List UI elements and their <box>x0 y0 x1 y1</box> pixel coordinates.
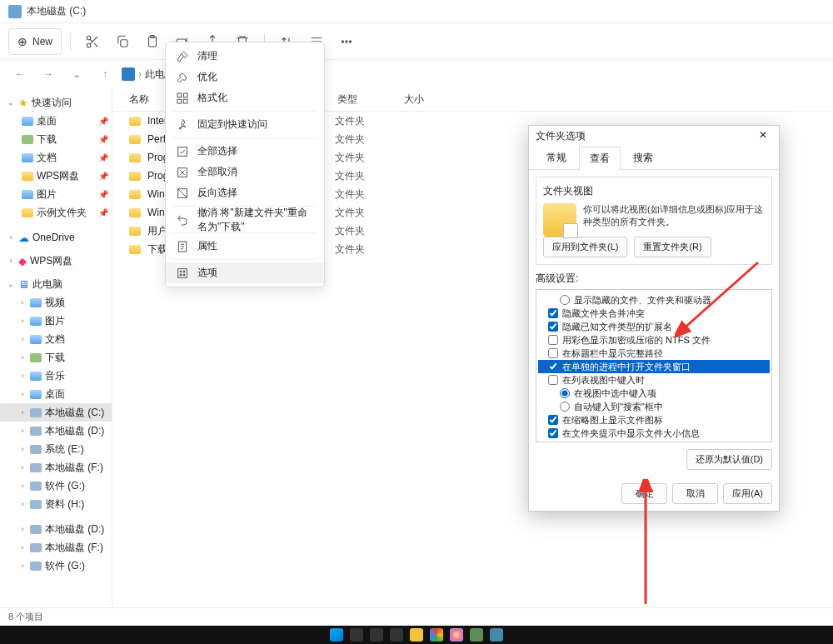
checkbox-input[interactable] <box>548 308 558 318</box>
radio-input[interactable] <box>560 388 570 398</box>
advanced-setting-item[interactable]: 显示隐藏的文件、文件夹和驱动器 <box>538 293 770 307</box>
col-type[interactable]: 类型 <box>337 92 404 107</box>
paste-button[interactable] <box>139 28 166 55</box>
sidebar-item-drive-d[interactable]: ›本地磁盘 (D:) <box>0 422 112 440</box>
sidebar-item-music[interactable]: ›音乐 <box>0 367 112 385</box>
cancel-button[interactable]: 取消 <box>672 483 718 504</box>
checkbox-input[interactable] <box>548 415 558 425</box>
advanced-setting-item[interactable]: 在缩略图上显示文件图标 <box>538 413 770 427</box>
menu-item[interactable]: 选项 <box>166 262 324 283</box>
radio-input[interactable] <box>560 295 570 305</box>
advanced-setting-item[interactable]: 在标题栏中显示完整路径 <box>538 347 770 360</box>
menu-item[interactable]: 全部取消 <box>166 162 324 182</box>
setting-label: 显示隐藏的文件、文件夹和驱动器 <box>574 294 711 307</box>
menu-separator <box>172 259 317 260</box>
checkbox-input[interactable] <box>548 335 558 345</box>
svg-point-1 <box>87 43 91 47</box>
svg-rect-10 <box>183 93 187 97</box>
apply-to-folders-button[interactable]: 应用到文件夹(L) <box>543 237 627 257</box>
sidebar-label: 软件 (G:) <box>45 479 108 493</box>
app-icon[interactable] <box>450 628 463 642</box>
advanced-setting-item[interactable]: 在单独的进程中打开文件夹窗口 <box>538 360 770 373</box>
restore-defaults-button[interactable]: 还原为默认值(D) <box>686 449 772 470</box>
sidebar-wps-drive[interactable]: ›◆WPS网盘 <box>0 252 112 270</box>
sidebar-item-documents[interactable]: 文档📌 <box>0 148 112 167</box>
sidebar-this-pc[interactable]: ⌄🖥此电脑 <box>0 275 112 293</box>
sidebar-item-videos[interactable]: ›视频 <box>0 293 112 312</box>
checkbox-input[interactable] <box>548 428 558 438</box>
back-button[interactable]: ← <box>8 62 32 86</box>
folder-icon <box>129 135 141 144</box>
svg-point-20 <box>180 274 182 276</box>
tab-general[interactable]: 常规 <box>536 146 577 169</box>
sidebar-item-drive-f2[interactable]: ›本地磁盘 (F:) <box>0 538 112 557</box>
pin-icon: 📌 <box>98 153 108 162</box>
close-button[interactable]: ✕ <box>759 129 772 142</box>
sidebar-item-drive-f[interactable]: ›本地磁盘 (F:) <box>0 458 112 477</box>
more-button[interactable] <box>333 28 360 55</box>
file-type: 文件夹 <box>335 114 402 128</box>
advanced-setting-item[interactable]: 在文件夹提示中显示文件大小信息 <box>538 427 770 440</box>
checkbox-input[interactable] <box>548 375 558 385</box>
menu-item[interactable]: 优化 <box>166 67 324 87</box>
checkbox-input[interactable] <box>548 348 558 358</box>
taskview-icon[interactable] <box>370 628 383 642</box>
apply-button[interactable]: 应用(A) <box>723 483 772 504</box>
sidebar-item-drive-d2[interactable]: ›本地磁盘 (D:) <box>0 520 112 538</box>
reset-folders-button[interactable]: 重置文件夹(R) <box>634 237 711 257</box>
advanced-setting-item[interactable]: 隐藏已知文件类型的扩展名 <box>538 320 770 333</box>
radio-input[interactable] <box>560 402 570 412</box>
app-icon[interactable] <box>470 628 483 642</box>
widgets-icon[interactable] <box>390 628 403 642</box>
sidebar-item-pictures[interactable]: 图片📌 <box>0 185 112 203</box>
advanced-setting-item[interactable]: 在预览窗格中显示预览控件 <box>538 440 770 442</box>
tab-view[interactable]: 查看 <box>579 147 621 170</box>
sidebar-item-documents2[interactable]: ›文档 <box>0 330 112 348</box>
menu-item[interactable]: 撤消 将"新建文件夹"重命名为"下载" <box>166 209 324 230</box>
menu-item[interactable]: 固定到快速访问 <box>166 114 324 135</box>
advanced-setting-item[interactable]: 隐藏文件夹合并冲突 <box>538 307 770 320</box>
col-size[interactable]: 大小 <box>404 92 471 107</box>
explorer-icon[interactable] <box>410 628 423 642</box>
sidebar-item-downloads2[interactable]: ›下载 <box>0 348 112 367</box>
checkbox-input[interactable] <box>548 442 558 442</box>
chrome-icon[interactable] <box>430 628 443 642</box>
sidebar-item-downloads[interactable]: 下载📌 <box>0 130 112 148</box>
file-type: 文件夹 <box>335 132 402 147</box>
menu-item[interactable]: 全部选择 <box>166 141 324 162</box>
cut-button[interactable] <box>79 28 106 55</box>
start-icon[interactable] <box>330 628 343 642</box>
recent-button[interactable]: ⌄ <box>65 62 88 86</box>
sidebar-quick-access[interactable]: ⌄ ★ 快速访问 <box>0 93 112 112</box>
sidebar-item-drive-h[interactable]: ›资料 (H:) <box>0 495 112 513</box>
advanced-settings[interactable]: 显示隐藏的文件、文件夹和驱动器隐藏文件夹合并冲突隐藏已知文件类型的扩展名用彩色显… <box>536 289 772 442</box>
sidebar-item-wps[interactable]: WPS网盘📌 <box>0 167 112 185</box>
ok-button[interactable]: 确定 <box>621 483 667 504</box>
menu-item[interactable]: 格式化 <box>166 87 324 108</box>
sidebar-item-sample[interactable]: 示例文件夹📌 <box>0 203 112 222</box>
sidebar-item-desktop2[interactable]: ›桌面 <box>0 385 112 403</box>
sidebar-item-pictures2[interactable]: ›图片 <box>0 312 112 330</box>
new-button[interactable]: ⊕ New <box>8 28 62 55</box>
forward-button[interactable]: → <box>37 62 60 86</box>
up-button[interactable]: ↑ <box>93 62 117 86</box>
menu-item[interactable]: 属性 <box>166 236 324 257</box>
sidebar-onedrive[interactable]: ›☁OneDrive <box>0 228 112 247</box>
sidebar-item-drive-g[interactable]: ›软件 (G:) <box>0 477 112 495</box>
checkbox-input[interactable] <box>548 362 558 372</box>
advanced-setting-item[interactable]: 用彩色显示加密或压缩的 NTFS 文件 <box>538 333 770 347</box>
menu-item[interactable]: 反向选择 <box>166 182 324 203</box>
tab-search[interactable]: 搜索 <box>622 146 664 169</box>
advanced-setting-item[interactable]: 在列表视图中键入时 <box>538 373 770 387</box>
sidebar-item-drive-g2[interactable]: ›软件 (G:) <box>0 557 112 575</box>
copy-button[interactable] <box>109 28 136 55</box>
app-icon[interactable] <box>490 628 503 642</box>
checkbox-input[interactable] <box>548 322 558 332</box>
sidebar-item-drive-c[interactable]: ›本地磁盘 (C:) <box>0 403 112 422</box>
sidebar-item-drive-e[interactable]: ›系统 (E:) <box>0 440 112 458</box>
advanced-setting-item[interactable]: 在视图中选中键入项 <box>538 387 770 400</box>
menu-item[interactable]: 清理 <box>166 46 324 67</box>
sidebar-item-desktop[interactable]: 桌面📌 <box>0 112 112 130</box>
advanced-setting-item[interactable]: 自动键入到"搜索"框中 <box>538 400 770 413</box>
search-icon[interactable] <box>350 628 363 642</box>
